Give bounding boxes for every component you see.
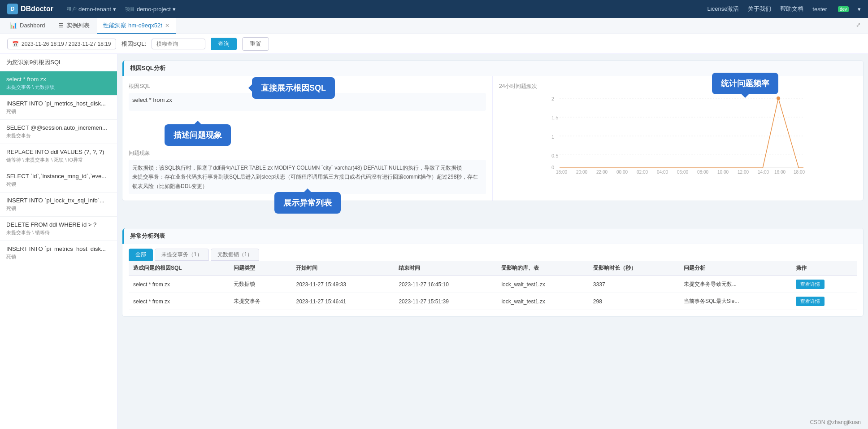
tab-all[interactable]: 全部 xyxy=(129,249,153,261)
anomaly-section-header: 异常分析列表 xyxy=(122,228,863,244)
list-item[interactable]: REPLACE INTO ddl VALUES (?, ?, ?) 链等待 \ … xyxy=(0,144,117,168)
svg-text:06:00: 06:00 xyxy=(677,170,688,175)
query-button[interactable]: 查询 xyxy=(211,38,237,50)
tab-uncommitted[interactable]: 未提交事务（1） xyxy=(155,249,209,261)
svg-text:18:00: 18:00 xyxy=(556,170,567,175)
reset-button[interactable]: 重置 xyxy=(242,37,269,51)
list-item[interactable]: SELECT `id`,`instance_mng_id`,`eve... 死锁 xyxy=(0,168,117,193)
row-end: 2023-11-27 15:51:39 xyxy=(394,293,497,310)
tenant-label: 租户 xyxy=(67,6,77,13)
chart-container: 2 1.5 1 0.5 0 xyxy=(499,94,857,175)
user-name: tester xyxy=(812,6,827,13)
sidebar-header: 为您识别9例根因SQL xyxy=(0,54,117,71)
sql-text: REPLACE INTO ddl VALUES (?, ?, ?) xyxy=(6,149,111,155)
license-link[interactable]: License激活 xyxy=(707,5,739,13)
svg-text:02:00: 02:00 xyxy=(637,170,648,175)
expand-icon[interactable]: ⤢ xyxy=(852,18,864,34)
row-start: 2023-11-27 15:49:33 xyxy=(291,276,394,293)
date-range-picker[interactable]: 📅 2023-11-26 18:19 / 2023-11-27 18:19 xyxy=(7,39,116,49)
row-end: 2023-11-27 16:45:10 xyxy=(394,276,497,293)
dashboard-icon: 📊 xyxy=(10,22,17,29)
project-value: demo-project xyxy=(137,6,171,13)
col-header-db: 受影响的库、表 xyxy=(497,261,588,276)
list-item[interactable]: INSERT INTO `pi_metrics_host_disk... 死锁 xyxy=(0,241,117,265)
svg-text:14:00: 14:00 xyxy=(758,170,769,175)
chart-label: 24小时问题频次 xyxy=(499,83,857,90)
logo: D DBdoctor xyxy=(7,4,53,14)
about-link[interactable]: 关于我们 xyxy=(748,5,771,13)
row-duration: 298 xyxy=(589,293,679,310)
sql-text: SELECT @@session.auto_incremen... xyxy=(6,124,111,131)
svg-text:10:00: 10:00 xyxy=(717,170,729,175)
user-chevron-icon[interactable]: ▾ xyxy=(858,6,861,13)
sql-text: select * from zx xyxy=(6,76,111,83)
sql-text: INSERT INTO `pi_lock_trx_sql_info`... xyxy=(6,197,111,204)
list-item[interactable]: SELECT @@session.auto_incremen... 未提交事务 xyxy=(0,120,117,144)
list-item[interactable]: select * from zx 未提交事务 \ 元数据锁 xyxy=(0,71,117,96)
date-range-value: 2023-11-26 18:19 / 2023-11-27 18:19 xyxy=(22,41,111,47)
tab-dashboard[interactable]: 📊 Dashbord xyxy=(4,18,51,34)
instance-list-icon: ☰ xyxy=(58,22,64,29)
row-analysis: 未提交事务导致元数... xyxy=(679,276,791,293)
sql-tags: 死锁 xyxy=(6,205,111,212)
sql-tags: 未提交事务 \ 锁等待 xyxy=(6,229,111,236)
sql-text: INSERT INTO `pi_metrics_host_disk... xyxy=(6,100,111,107)
svg-text:04:00: 04:00 xyxy=(657,170,668,175)
table-row: select * from zx 元数据锁 2023-11-27 15:49:3… xyxy=(129,276,857,293)
svg-text:1: 1 xyxy=(551,134,554,140)
row-action[interactable]: 查看详情 xyxy=(791,293,857,310)
anomaly-table: 造成问题的根因SQL 问题类型 开始时间 结束时间 受影响的库、表 受影响时长（… xyxy=(129,261,857,310)
filter-bar: 📅 2023-11-26 18:19 / 2023-11-27 18:19 根因… xyxy=(0,34,868,54)
help-link[interactable]: 帮助文档 xyxy=(780,5,803,13)
col-header-start: 开始时间 xyxy=(291,261,394,276)
svg-text:1.5: 1.5 xyxy=(551,115,558,120)
phenomenon-value: 元数据锁：该SQL执行时，阻塞了ddl语句ALTER TABLE zx MODI… xyxy=(129,160,486,194)
calendar-icon: 📅 xyxy=(12,41,19,47)
list-item[interactable]: INSERT INTO `pi_lock_trx_sql_info`... 死锁 xyxy=(0,193,117,217)
sql-tags: 未提交事务 \ 元数据锁 xyxy=(6,84,111,91)
list-item[interactable]: DELETE FROM ddl WHERE id > ? 未提交事务 \ 锁等待 xyxy=(0,217,117,241)
detail-button[interactable]: 查看详情 xyxy=(796,280,825,289)
analysis-right: 24小时问题频次 2 1.5 1 0.5 0 xyxy=(493,76,863,201)
svg-text:0.5: 0.5 xyxy=(551,153,558,158)
tab-dashboard-label: Dashbord xyxy=(20,22,45,29)
watermark: CSDN @zhangjikuan xyxy=(810,419,861,425)
col-header-action: 操作 xyxy=(791,261,857,276)
sql-text: INSERT INTO `pi_metrics_host_disk... xyxy=(6,245,111,252)
tab-instance-list[interactable]: ☰ 实例列表 xyxy=(52,18,96,34)
nav-tenant[interactable]: 租户 demo-tenant ▾ xyxy=(67,6,116,13)
analysis-left: 根因SQL select * from zx 描述问题现象 问题现象 元数据锁：… xyxy=(122,76,493,201)
root-sql-input[interactable] xyxy=(152,39,205,49)
project-label: 项目 xyxy=(125,6,135,13)
svg-text:12:00: 12:00 xyxy=(738,170,749,175)
svg-point-10 xyxy=(777,96,780,100)
user-badge: dev xyxy=(838,6,849,12)
row-db: lock_wait_test1.zx xyxy=(497,293,588,310)
list-item[interactable]: INSERT INTO `pi_metrics_host_disk... 死锁 xyxy=(0,96,117,120)
analysis-grid: 根因SQL select * from zx 描述问题现象 问题现象 元数据锁：… xyxy=(122,76,863,201)
sidebar: 为您识别9例根因SQL select * from zx 未提交事务 \ 元数据… xyxy=(0,54,117,429)
col-header-analysis: 问题分析 xyxy=(679,261,791,276)
tab-metadata-lock[interactable]: 元数据锁（1） xyxy=(211,249,260,261)
col-header-sql: 造成问题的根因SQL xyxy=(129,261,229,276)
row-action[interactable]: 查看详情 xyxy=(791,276,857,293)
tab-perf-insight[interactable]: 性能洞察 hm-o9eqx52t ✕ xyxy=(97,18,176,34)
svg-text:00:00: 00:00 xyxy=(616,170,628,175)
sql-tags: 死锁 xyxy=(6,254,111,260)
root-sql-filter-label: 根因SQL: xyxy=(122,40,147,48)
svg-text:16:00: 16:00 xyxy=(774,170,786,175)
sql-text: SELECT `id`,`instance_mng_id`,`eve... xyxy=(6,173,111,179)
tenant-value: demo-tenant xyxy=(78,6,111,13)
svg-text:08:00: 08:00 xyxy=(697,170,708,175)
tab-close-icon[interactable]: ✕ xyxy=(165,22,169,29)
col-header-duration: 受影响时长（秒） xyxy=(589,261,679,276)
sql-tags: 未提交事务 xyxy=(6,132,111,139)
detail-button[interactable]: 查看详情 xyxy=(796,297,825,306)
nav-project[interactable]: 项目 demo-project ▾ xyxy=(125,6,176,13)
content-area: 直接展示根因SQL 统计问题频率 根因SQL分析 根因SQL select * … xyxy=(117,54,868,429)
svg-text:0: 0 xyxy=(551,165,554,170)
project-chevron-icon: ▾ xyxy=(173,6,176,13)
anomaly-section: 异常分析列表 全部 未提交事务（1） 元数据锁（1） 造成问题的根因SQL 问题… xyxy=(122,228,864,317)
frequency-chart: 2 1.5 1 0.5 0 xyxy=(499,94,857,175)
top-nav: D DBdoctor 租户 demo-tenant ▾ 项目 demo-proj… xyxy=(0,0,868,18)
